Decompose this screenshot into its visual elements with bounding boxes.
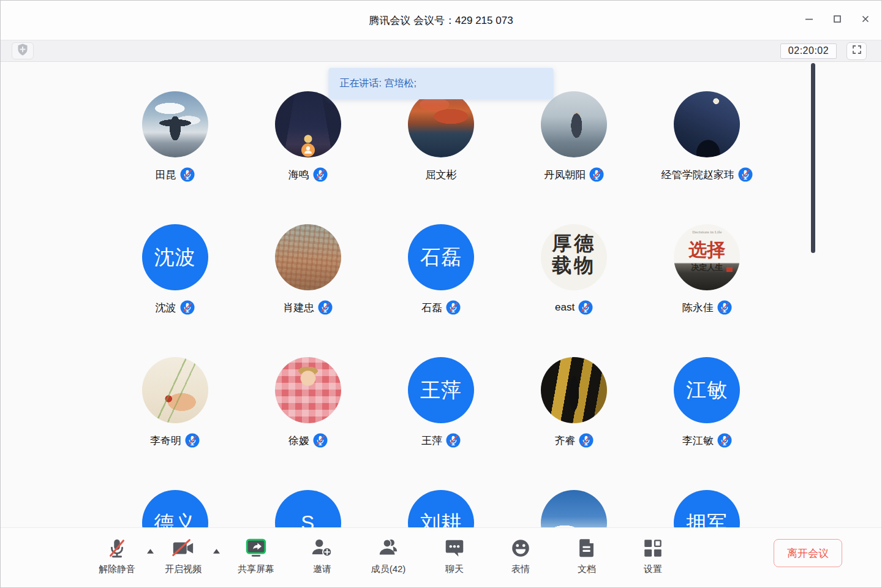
muted-mic-icon xyxy=(446,300,461,315)
avatar-photo-clouds xyxy=(541,490,607,529)
start-video-label: 开启视频 xyxy=(165,564,202,575)
avatar-initials: 拥军 xyxy=(686,510,728,529)
avatar-photo-sky-silhouette xyxy=(142,91,208,157)
avatar-initials: 沈波 xyxy=(154,244,196,271)
security-shield-button[interactable] xyxy=(12,42,34,59)
emoji-label: 表情 xyxy=(511,564,530,575)
invite-button[interactable]: 邀请 xyxy=(289,528,355,575)
avatar-photo-hand-sketch xyxy=(142,357,208,423)
participant-name-row: 王萍 xyxy=(421,432,461,449)
participant-tile[interactable]: 石磊石磊 xyxy=(374,224,507,316)
bottom-toolbar: 解除静音开启视频共享屏幕邀请成员(42)聊天表情文档设置 离开会议 xyxy=(1,527,881,587)
participant-tile[interactable]: 经管学院赵家玮 xyxy=(641,91,774,183)
muted-mic-icon xyxy=(185,433,200,448)
participant-name: 齐睿 xyxy=(554,434,575,448)
participant-tile[interactable]: 徐嫒 xyxy=(241,357,374,449)
participant-name: 屈文彬 xyxy=(425,168,456,182)
maximize-icon xyxy=(832,14,842,26)
mic-muted-icon xyxy=(105,536,129,560)
start-video-button[interactable]: 开启视频 xyxy=(150,528,216,575)
emoji-button[interactable]: 表情 xyxy=(488,528,554,575)
participant-tile[interactable]: 齐睿 xyxy=(508,357,641,449)
participant-name-row: 海鸣 xyxy=(288,166,328,183)
docs-button[interactable]: 文档 xyxy=(554,528,620,575)
docs-icon xyxy=(575,536,598,560)
tencent-meeting-window: 腾讯会议 会议号：429 215 073 02:20:02 正在讲话: 宫培松;… xyxy=(0,0,882,588)
share-screen-button[interactable]: 共享屏幕 xyxy=(223,528,289,575)
muted-mic-icon xyxy=(717,300,732,315)
muted-mic-icon xyxy=(579,433,594,448)
participant-tile[interactable]: 拥军 xyxy=(641,490,774,529)
chat-button[interactable]: 聊天 xyxy=(421,528,488,575)
avatar-initials: 德义 xyxy=(154,510,196,529)
muted-mic-icon xyxy=(738,167,753,182)
participant-name-row: 屈文彬 xyxy=(425,166,456,183)
avatar-photo-city-aerial xyxy=(275,224,341,290)
avatar-initials: 石磊 xyxy=(420,244,462,271)
fullscreen-button[interactable] xyxy=(846,42,867,60)
avatar: 拥军 xyxy=(674,490,740,529)
avatar-photo-autumn-lake xyxy=(408,91,474,157)
participant-tile[interactable]: 王萍王萍 xyxy=(374,357,507,449)
participant-tile[interactable]: 刘耕 xyxy=(374,490,507,529)
window-controls xyxy=(803,1,872,40)
avatar-overlay-main: 厚德载物 xyxy=(549,233,598,277)
muted-mic-icon xyxy=(318,300,333,315)
participant-name: 海鸣 xyxy=(288,168,309,182)
settings-button[interactable]: 设置 xyxy=(620,528,686,575)
avatar: 王萍 xyxy=(408,357,474,423)
participant-tile[interactable]: 肖建忠 xyxy=(241,224,374,316)
avatar-photo-calligraphy: 厚德载物 xyxy=(541,224,607,290)
participant-tile[interactable]: 海鸣 xyxy=(241,91,374,183)
participant-tile[interactable]: 丹凤朝阳 xyxy=(508,91,641,183)
share-screen-icon xyxy=(244,536,268,560)
invite-icon xyxy=(311,536,334,560)
settings-label: 设置 xyxy=(644,564,662,575)
minimize-button[interactable] xyxy=(803,14,815,26)
members-button[interactable]: 成员(42) xyxy=(355,528,421,575)
participant-name-row: 李江敏 xyxy=(682,432,732,449)
avatar-initials: 刘耕 xyxy=(420,510,462,529)
participant-tile[interactable]: 德义 xyxy=(108,490,241,529)
fullscreen-icon xyxy=(851,44,862,58)
participant-tile[interactable]: 田昆 xyxy=(108,91,241,183)
participant-name: 徐嫒 xyxy=(288,434,309,448)
participant-tile[interactable]: 江敏李江敏 xyxy=(641,357,774,449)
muted-mic-icon xyxy=(578,300,593,315)
video-grid-area: 正在讲话: 宫培松; 田昆海鸣屈文彬丹凤朝阳经管学院赵家玮沈波沈波肖建忠石磊石磊… xyxy=(1,62,881,529)
close-button[interactable] xyxy=(859,14,872,26)
avatar-overlay-sub: 决定人生 xyxy=(674,262,740,273)
avatar-photo-night-moon xyxy=(674,91,740,157)
participant-tile[interactable]: 李奇明 xyxy=(108,357,241,449)
window-title: 腾讯会议 会议号：429 215 073 xyxy=(369,13,513,28)
participant-name-row: 沈波 xyxy=(156,299,195,316)
participant-tile[interactable]: 屈文彬 xyxy=(374,91,507,183)
start-video-options-caret[interactable] xyxy=(213,545,220,556)
scrollbar-thumb[interactable] xyxy=(811,63,815,253)
leave-meeting-button[interactable]: 离开会议 xyxy=(774,539,842,567)
participant-name-row: 陈永佳 xyxy=(682,299,732,316)
unmute-label: 解除静音 xyxy=(99,564,135,575)
shield-plus-icon xyxy=(17,43,29,59)
participant-tile[interactable]: 沈波沈波 xyxy=(108,224,241,316)
muted-mic-icon xyxy=(446,433,461,448)
maximize-button[interactable] xyxy=(831,14,843,26)
participant-name-row: 田昆 xyxy=(156,166,195,183)
emoji-icon xyxy=(509,536,532,560)
participant-tile[interactable]: 厚德载物east xyxy=(508,224,641,316)
avatar-photo-book-cover: Decisions in Life选择决定人生 xyxy=(674,224,740,290)
participant-tile[interactable] xyxy=(508,490,641,529)
minimize-icon xyxy=(804,14,814,26)
participant-name: east xyxy=(555,301,575,314)
participant-tile[interactable]: Decisions in Life选择决定人生陈永佳 xyxy=(641,224,774,316)
participant-name: 李江敏 xyxy=(682,434,714,448)
invite-label: 邀请 xyxy=(313,564,331,575)
settings-icon xyxy=(641,536,665,560)
participant-name-row: 经管学院赵家玮 xyxy=(662,166,753,183)
avatar-photo-snake-gold xyxy=(541,357,607,423)
muted-mic-icon xyxy=(589,167,604,182)
unmute-button[interactable]: 解除静音 xyxy=(84,528,150,575)
avatar: 德义 xyxy=(142,490,208,529)
participant-tile[interactable]: S xyxy=(241,490,374,529)
speaking-banner-text: 正在讲话: 宫培松; xyxy=(340,77,417,90)
